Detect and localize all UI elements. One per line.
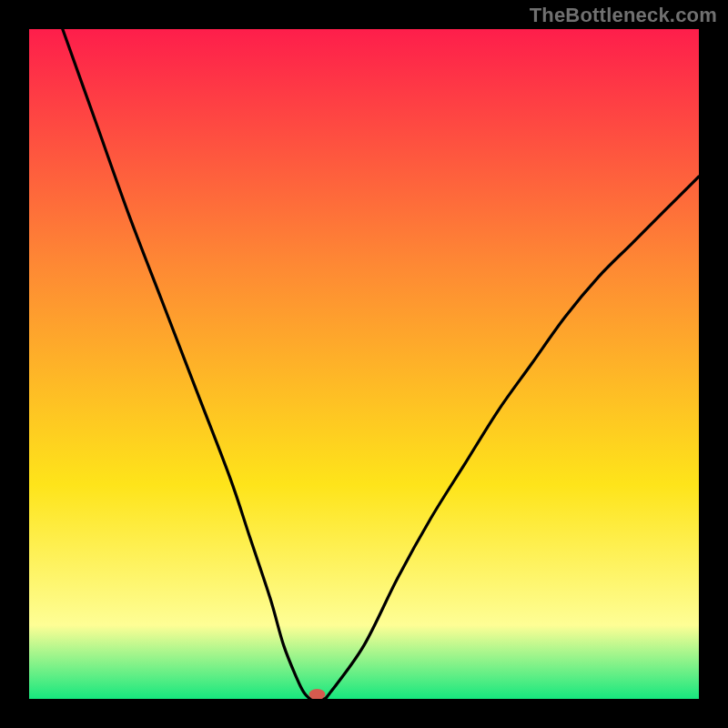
- chart-frame: TheBottleneck.com: [0, 0, 728, 728]
- bottleneck-plot: [29, 29, 699, 699]
- watermark-text: TheBottleneck.com: [530, 4, 717, 27]
- gradient-background: [29, 29, 699, 699]
- plot-svg: [29, 29, 699, 699]
